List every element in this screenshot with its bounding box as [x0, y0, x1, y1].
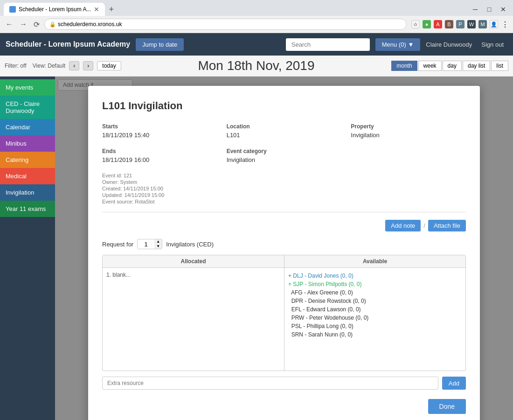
avail-item-dlj[interactable]: + DLJ - David Jones (0, 0)	[288, 272, 462, 280]
sidebar-item-minibus[interactable]: Minibus	[0, 135, 55, 152]
url-input[interactable]: 🔒 schedulerdemo.xronos.uk	[44, 19, 407, 30]
allocated-list: 1. blank...	[103, 268, 284, 371]
view-buttons: month week day day list list	[391, 61, 508, 71]
sidebar-item-invigilation[interactable]: Invigilation	[0, 184, 55, 201]
modal-title: L101 Invigilation	[102, 100, 466, 112]
profile-icon[interactable]: 👤	[490, 20, 498, 28]
sidebar-item-myevents[interactable]: My events	[0, 79, 55, 96]
modal-info-grid: Starts 18/11/2019 15:40 Location L101 Pr…	[102, 123, 466, 163]
sidebar-item-ced[interactable]: CED - Claire Dunwoody	[0, 96, 55, 119]
today-button[interactable]: today	[97, 61, 121, 70]
list-view-button[interactable]: list	[491, 61, 508, 71]
ext-icon-3[interactable]: B	[445, 20, 453, 28]
tab-title: Scheduler - Lorem Ipsum A...	[19, 6, 91, 13]
jump-to-date-button[interactable]: Jump to date	[136, 38, 184, 51]
user-name: Claire Dunwoody	[426, 41, 472, 48]
spinner-input-field[interactable]	[138, 240, 154, 249]
main-area: My events CED - Claire Dunwoody Calendar…	[0, 77, 513, 420]
maximize-button[interactable]: □	[483, 5, 495, 14]
avail-item-dpr[interactable]: DPR - Denise Rowstock (0, 0)	[288, 297, 462, 305]
sign-out-button[interactable]: Sign out	[478, 38, 507, 51]
event-source: Event source: RotaSlot	[102, 199, 466, 204]
allocated-available-panel: Allocated 1. blank... Available + DLJ - …	[102, 255, 466, 371]
forward-button[interactable]: →	[18, 19, 29, 29]
available-section: Available + DLJ - David Jones (0, 0) + S…	[284, 255, 465, 371]
add-note-button[interactable]: Add note	[385, 220, 421, 231]
prev-button[interactable]: ‹	[69, 61, 79, 70]
close-button[interactable]: ✕	[497, 5, 509, 14]
sidebar: My events CED - Claire Dunwoody Calendar…	[0, 77, 55, 420]
note-section: Add note / Attach file	[102, 220, 466, 231]
avail-item-sjp[interactable]: + SJP - Simon Philpotts (0, 0)	[288, 280, 462, 288]
content-area: 11pm L101 Invigilation Starts 18/11/2019…	[55, 77, 513, 420]
daylist-view-button[interactable]: day list	[463, 61, 490, 71]
next-button[interactable]: ›	[83, 61, 93, 70]
property-label: Property	[351, 123, 466, 130]
allocated-header: Allocated	[103, 255, 284, 268]
extra-resource-row: Add	[102, 377, 466, 390]
ends-label: Ends	[102, 148, 217, 154]
menu-button[interactable]: Menu (0) ▼	[375, 38, 421, 51]
property-block: Property Invigilation	[351, 123, 466, 139]
day-view-button[interactable]: day	[443, 61, 462, 71]
sidebar-item-catering[interactable]: Catering	[0, 152, 55, 168]
modal-divider	[102, 212, 466, 212]
modal-footer: Done	[102, 399, 466, 414]
event-modal: L101 Invigilation Starts 18/11/2019 15:4…	[88, 86, 480, 420]
event-category-label: Event category	[227, 148, 342, 154]
avail-item-psl[interactable]: PSL - Phillipa Long (0, 0)	[288, 322, 462, 330]
attach-file-button[interactable]: Attach file	[428, 220, 466, 231]
back-button[interactable]: ←	[4, 19, 15, 29]
spinner-arrows: ▲ ▼	[154, 239, 162, 249]
month-view-button[interactable]: month	[391, 61, 417, 71]
browser-icons: ☆ ● A B P W M 👤 ⋮	[411, 20, 509, 28]
tab-close-icon[interactable]: ✕	[94, 6, 99, 13]
ext-icon-6[interactable]: M	[478, 20, 487, 28]
invigilator-count-spinner[interactable]: ▲ ▼	[137, 239, 162, 249]
ext-icon-5[interactable]: W	[467, 20, 476, 28]
ext-icon-2[interactable]: A	[434, 20, 442, 28]
starts-value: 18/11/2019 15:40	[102, 132, 217, 139]
location-label: Location	[227, 123, 342, 130]
menu-dots-icon[interactable]: ⋮	[501, 20, 509, 28]
ext-icon-1[interactable]: ●	[423, 20, 431, 28]
bookmark-icon[interactable]: ☆	[411, 20, 420, 28]
available-list[interactable]: + DLJ - David Jones (0, 0) + SJP - Simon…	[284, 268, 465, 371]
starts-block: Starts 18/11/2019 15:40	[102, 123, 217, 139]
avail-item-prw[interactable]: PRW - Peter Wodehouse (0, 0)	[288, 314, 462, 322]
reload-button[interactable]: ⟳	[32, 19, 42, 30]
browser-tab[interactable]: Scheduler - Lorem Ipsum A... ✕	[4, 3, 105, 16]
property-value: Invigilation	[351, 132, 466, 139]
spinner-up-button[interactable]: ▲	[154, 239, 162, 244]
ends-block: Ends 18/11/2019 16:00	[102, 148, 217, 163]
view-bar: Filter: off View: Default ‹ › today Mon …	[0, 56, 513, 77]
tab-favicon	[9, 6, 16, 13]
sidebar-item-year11[interactable]: Year 11 exams	[0, 201, 55, 217]
meta-info: Event id: 121 Owner: System Created: 14/…	[102, 173, 466, 204]
avail-item-afg[interactable]: AFG - Alex Greene (0, 0)	[288, 288, 462, 297]
week-view-button[interactable]: week	[418, 61, 442, 71]
avail-item-srn[interactable]: SRN - Sarah Nunn (0, 0)	[288, 330, 462, 339]
allocated-section: Allocated 1. blank...	[103, 255, 284, 371]
current-date: Mon 18th Nov, 2019	[125, 58, 388, 73]
available-header: Available	[284, 255, 465, 268]
sidebar-item-calendar[interactable]: Calendar	[0, 119, 55, 135]
starts-label: Starts	[102, 123, 217, 130]
address-bar: ← → ⟳ 🔒 schedulerdemo.xronos.uk ☆ ● A B …	[0, 16, 513, 33]
sidebar-item-medical[interactable]: Medical	[0, 168, 55, 184]
avail-item-efl[interactable]: EFL - Edward Lawson (0, 0)	[288, 305, 462, 314]
ext-icon-4[interactable]: P	[456, 20, 464, 28]
add-resource-button[interactable]: Add	[442, 377, 466, 390]
request-for-label: Request for	[102, 241, 133, 248]
modal-overlay: L101 Invigilation Starts 18/11/2019 15:4…	[55, 77, 513, 420]
minimize-button[interactable]: ─	[469, 5, 481, 14]
spinner-down-button[interactable]: ▼	[154, 244, 162, 249]
app-title: Scheduler - Lorem Ipsum Academy	[6, 40, 130, 49]
event-category-value: Invigilation	[227, 156, 342, 163]
search-input[interactable]	[286, 38, 370, 51]
location-block: Location L101	[227, 123, 342, 139]
new-tab-button[interactable]: +	[105, 5, 118, 14]
done-button[interactable]: Done	[428, 399, 466, 414]
extra-resource-input[interactable]	[102, 377, 438, 390]
request-row: Request for ▲ ▼ Invigilators (CED)	[102, 239, 466, 249]
